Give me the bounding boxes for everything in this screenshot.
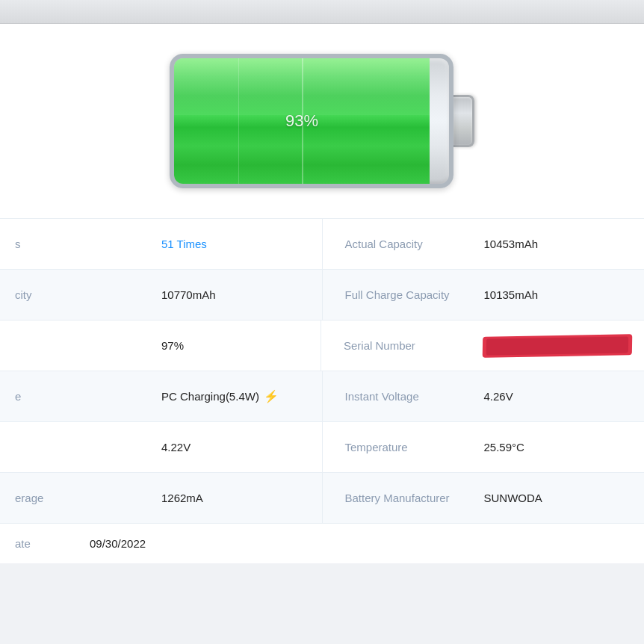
table-row: 4.22V Temperature 25.59°C [0, 421, 644, 472]
cell-value-2: 10770mAh [149, 270, 322, 320]
cell-value-5: 4.22V [149, 422, 322, 472]
cell-label-1: s [0, 219, 149, 269]
cell-label-6: erage [0, 473, 149, 523]
cell-right-label-4: Instant Voltage [323, 371, 472, 421]
cell-right-label-5: Temperature [323, 422, 472, 472]
cell-label-5 [0, 422, 149, 472]
cell-right-label-1: Actual Capacity [323, 219, 472, 269]
table-row: 97% Serial Number [0, 320, 644, 371]
cell-right-value-4: 4.26V [472, 371, 645, 421]
cell-right-value-2: 10135mAh [472, 270, 645, 320]
top-bar [0, 0, 644, 24]
redacted-mark [483, 334, 633, 357]
info-table: s 51 Times Actual Capacity 10453mAh city… [0, 218, 644, 523]
table-row: s 51 Times Actual Capacity 10453mAh [0, 218, 644, 269]
cell-value-6: 1262mA [149, 473, 322, 523]
battery-percentage-label: 93% [285, 111, 318, 131]
cell-label-3 [0, 321, 149, 371]
cell-right-value-5: 25.59°C [472, 422, 645, 472]
cell-right-value-6: SUNWODA [472, 473, 645, 523]
table-row: city 10770mAh Full Charge Capacity 10135… [0, 269, 644, 320]
battery-body: 93% [170, 54, 453, 188]
battery-sheen [174, 58, 430, 115]
cell-right-label-2: Full Charge Capacity [323, 270, 472, 320]
cell-right-value-1: 10453mAh [472, 219, 645, 269]
bottom-label: ate [15, 537, 75, 550]
table-row: erage 1262mA Battery Manufacturer SUNWOD… [0, 472, 644, 523]
battery-terminal [453, 95, 474, 147]
cell-right-value-3 [471, 321, 644, 371]
cell-value-3: 97% [149, 321, 321, 371]
cell-value-1: 51 Times [149, 219, 322, 269]
cell-right-label-6: Battery Manufacturer [323, 473, 472, 523]
bottom-value: 09/30/2022 [90, 537, 146, 550]
cell-right-label-3: Serial Number [321, 321, 471, 371]
cell-label-2: city [0, 270, 149, 320]
battery-section: 93% [0, 24, 644, 218]
battery-wrapper: 93% [170, 54, 474, 188]
battery-fill: 93% [174, 58, 430, 184]
bottom-row: ate 09/30/2022 [0, 523, 644, 563]
cell-value-4: PC Charging(5.4W) ⚡ [149, 371, 322, 421]
table-row: e PC Charging(5.4W) ⚡ Instant Voltage 4.… [0, 371, 644, 421]
charging-bolt-icon: ⚡ [264, 389, 279, 403]
cell-label-4: e [0, 371, 149, 421]
